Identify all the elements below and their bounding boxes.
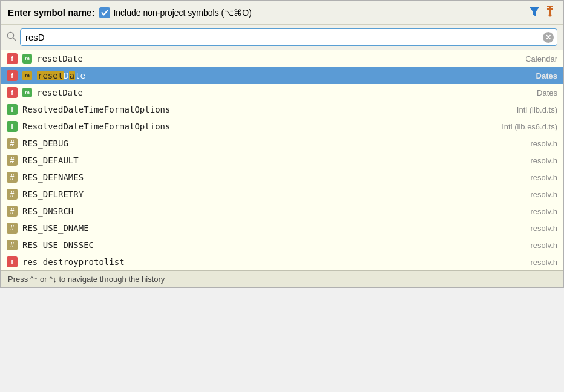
file-name: Dates [485,88,557,97]
include-non-project-label[interactable]: Include non-project symbols (⌥⌘O) [113,8,251,18]
result-row[interactable]: f res_destroyprotolist resolv.h [1,253,563,270]
result-row[interactable]: I ResolvedDateTimeFormatOptions Intl (li… [1,118,563,135]
symbol-name: RES_DEFAULT [22,155,480,165]
badge-i: I [7,104,18,115]
search-wrapper: ✕ [20,28,557,46]
symbol-name: RES_USE_DNAME [22,223,480,233]
checkbox-icon[interactable] [99,7,110,18]
highlight-span2: a [69,71,75,80]
badge-hash: # [7,240,18,250]
symbol-name: ResolvedDateTimeFormatOptions [22,122,480,131]
badge-i: I [7,121,18,132]
result-row[interactable]: I ResolvedDateTimeFormatOptions Intl (li… [1,101,563,118]
symbol-search-dialog: Enter symbol name: Include non-project s… [0,0,564,288]
result-row-selected[interactable]: f m resetDate Dates [1,67,563,84]
method-icon-selected: m [22,71,32,80]
badge-hash: # [7,223,18,234]
result-row[interactable]: f m resetDate Dates [1,84,563,101]
result-row[interactable]: # RES_USE_DNAME resolv.h [1,220,563,237]
file-name: Calendar [485,54,557,64]
result-row[interactable]: # RES_DFLRETRY resolv.h [1,186,563,203]
badge-hash: # [7,155,18,166]
symbol-name: res_destroyprotolist [22,257,480,267]
file-name: Intl (lib.d.ts) [485,105,557,114]
symbol-name: RES_USE_DNSSEC [22,240,480,250]
header-label: Enter symbol name: [8,7,94,18]
footer-text: Press ^↑ or ^↓ to navigate through the h… [8,275,165,284]
search-input[interactable] [20,28,557,46]
file-name: resolv.h [485,224,557,233]
search-bar: ✕ [1,25,563,50]
clear-button[interactable]: ✕ [543,32,554,43]
toolbar-icons [528,5,556,19]
file-name: resolv.h [485,173,557,182]
symbol-name: ResolvedDateTimeFormatOptions [22,105,480,114]
badge-f: f [7,53,18,64]
result-row[interactable]: # RES_DNSRCH resolv.h [1,203,563,220]
badge-f: f [7,87,18,98]
svg-point-2 [549,14,552,17]
badge-hash: # [7,172,18,183]
result-row[interactable]: # RES_DEBUG resolv.h [1,135,563,152]
file-name: Dates [485,71,557,80]
dialog-header: Enter symbol name: Include non-project s… [1,1,563,25]
symbol-name: RES_DEBUG [22,139,480,148]
filter-button[interactable] [528,5,540,19]
file-name: Intl (lib.es6.d.ts) [485,122,557,131]
search-icon [7,31,16,44]
result-row[interactable]: # RES_USE_DNSSEC resolv.h [1,237,563,253]
result-row[interactable]: f m resetDate Calendar [1,50,563,67]
method-icon: m [22,88,32,97]
svg-marker-0 [530,7,539,16]
pin-button[interactable] [544,5,556,19]
symbol-name: RES_DEFNAMES [22,172,480,182]
file-name: resolv.h [485,156,557,165]
highlight-span: reset [37,71,64,80]
footer: Press ^↑ or ^↓ to navigate through the h… [1,270,563,287]
symbol-name: RES_DFLRETRY [22,189,480,199]
file-name: resolv.h [485,241,557,250]
symbol-name: resetDate [37,54,480,64]
results-list: f m resetDate Calendar f m resetDate Dat… [1,50,563,270]
file-name: resolv.h [485,139,557,148]
symbol-name: resetDate [37,71,480,80]
badge-hash: # [7,206,18,217]
file-name: resolv.h [485,207,557,216]
file-name: resolv.h [485,190,557,199]
badge-hash: # [7,189,18,200]
symbol-name: RES_DNSRCH [22,206,480,216]
method-icon: m [22,54,32,64]
result-row[interactable]: # RES_DEFNAMES resolv.h [1,169,563,186]
result-row[interactable]: # RES_DEFAULT resolv.h [1,152,563,169]
badge-f: f [7,70,18,81]
badge-hash: # [7,138,18,149]
badge-f: f [7,256,18,267]
include-non-project-checkbox-wrapper[interactable]: Include non-project symbols (⌥⌘O) [99,7,251,18]
symbol-name: resetDate [37,88,480,97]
svg-line-6 [13,38,16,40]
file-name: resolv.h [485,258,557,267]
